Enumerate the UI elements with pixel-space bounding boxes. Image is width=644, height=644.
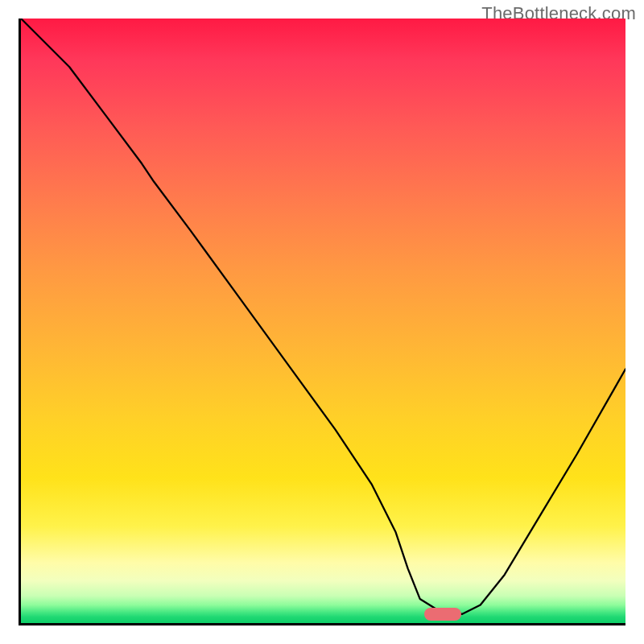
bottleneck-curve <box>21 19 625 623</box>
plot-area <box>19 19 625 625</box>
bottleneck-curve-path <box>21 19 625 614</box>
chart-canvas: TheBottleneck.com <box>0 0 644 644</box>
